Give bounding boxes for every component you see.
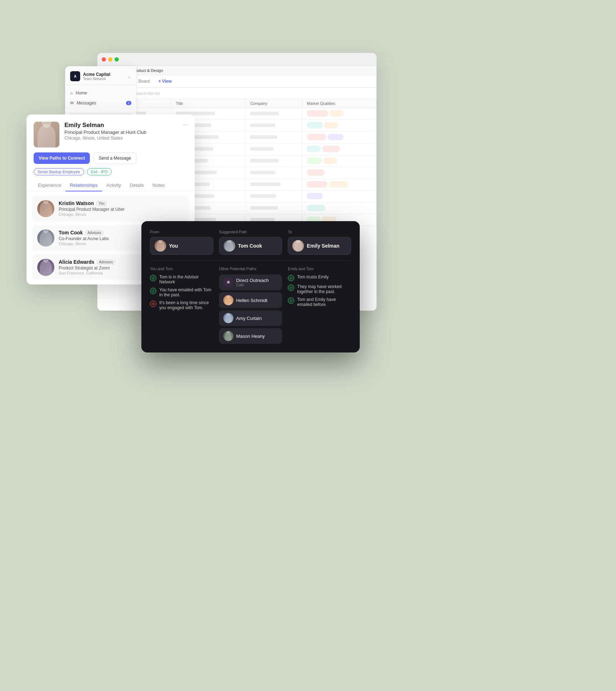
to-node[interactable]: Emily Selman	[288, 237, 351, 255]
to-label: To	[288, 230, 351, 234]
profile-tabs: Experience Relationships Activity Detail…	[26, 180, 195, 191]
close-button[interactable]	[102, 57, 106, 62]
avatar	[292, 240, 304, 252]
maximize-button[interactable]	[115, 57, 119, 62]
fact-item: ✓ They may have worked together in the p…	[288, 284, 351, 294]
avatar	[37, 229, 54, 247]
tab-relationships[interactable]: Relationships	[66, 180, 102, 191]
tab-details[interactable]: Details	[125, 180, 148, 191]
avatar	[223, 313, 233, 323]
col-title: Title	[171, 99, 246, 108]
tag-exit[interactable]: Exit - IPO	[87, 168, 112, 175]
fact-item: ✓ Tom and Emily have emailed before.	[288, 297, 351, 307]
avatar	[37, 200, 54, 217]
path-node-name: Tom Cook	[238, 243, 262, 249]
from-node-name: You	[169, 243, 178, 249]
snowflake-icon: ❄	[223, 277, 233, 287]
hellen-name: Hellen Schmidt	[236, 298, 267, 303]
avatar	[223, 295, 233, 305]
suggested-path-column: Suggested Path Tom Cook	[219, 230, 282, 255]
col-company: Company	[246, 99, 302, 108]
tab-experience[interactable]: Experience	[34, 180, 66, 191]
list-item[interactable]: Hellen Schmidt	[219, 292, 282, 308]
list-item[interactable]: Mason Heany	[219, 328, 282, 344]
sidebar-navigation: ⌂ Home ✉ Messages 1	[65, 85, 136, 111]
x-icon: ✕	[150, 301, 156, 307]
list-item[interactable]: ❄ Direct Outreach Cold	[219, 274, 282, 290]
to-node-name: Emily Selman	[307, 243, 339, 249]
send-message-button[interactable]: Send a Message	[93, 152, 136, 164]
fact-item: ✓ Tom is in the Advisor Network	[150, 274, 213, 284]
path-node[interactable]: Tom Cook	[219, 237, 282, 255]
check-icon: ✓	[150, 275, 156, 281]
other-paths-column: Other Potential Paths ❄ Direct Outreach …	[219, 267, 282, 344]
minimize-button[interactable]	[108, 57, 112, 62]
path-details-columns: You and Tom ✓ Tom is in the Advisor Netw…	[150, 267, 351, 344]
org-chevron-icon[interactable]: ⌄	[127, 73, 131, 79]
fact-text: Tom trusts Emily	[297, 274, 329, 279]
profile-name: Emily Selman	[64, 122, 178, 129]
you-and-tom-column: You and Tom ✓ Tom is in the Advisor Netw…	[150, 267, 213, 344]
emily-and-tom-column: Emily and Tom ✓ Tom trusts Emily ✓ They …	[288, 267, 351, 344]
amy-name: Amy Curtain	[236, 316, 262, 321]
rel-name: Alicia Edwards	[59, 259, 94, 265]
rel-info: Kristin Watson You Principal Product Man…	[59, 200, 184, 216]
path-finder-modal: From You Suggested Path Tom Cook	[141, 221, 360, 352]
rel-badge: Advisors	[85, 230, 103, 235]
from-node[interactable]: You	[150, 237, 213, 255]
fact-text: Tom is in the Advisor Network	[159, 274, 213, 284]
tag-startup[interactable]: Serial Startup Employee	[34, 168, 84, 175]
more-options-button[interactable]: ···	[183, 122, 188, 128]
you-and-tom-label: You and Tom	[150, 267, 213, 271]
add-view-button[interactable]: + View	[155, 77, 175, 85]
profile-header: Emily Selman Principal Product Manager a…	[26, 115, 195, 147]
path-columns: From You Suggested Path Tom Cook	[150, 230, 351, 255]
message-icon: ✉	[70, 101, 74, 106]
check-icon: ✓	[150, 288, 156, 294]
list-item[interactable]: Amy Curtain	[219, 310, 282, 326]
check-icon: ✓	[288, 284, 294, 291]
fact-item: ✓ Tom trusts Emily	[288, 274, 351, 281]
sidebar-item-home[interactable]: ⌂ Home	[65, 88, 136, 98]
fact-text: They may have worked together in the pas…	[297, 284, 351, 294]
view-paths-button[interactable]: View Paths to Connect	[34, 152, 90, 164]
avatar	[155, 240, 166, 252]
profile-actions: View Paths to Connect Send a Message	[26, 147, 195, 168]
list-item[interactable]: Kristin Watson You Principal Product Man…	[32, 196, 189, 222]
fact-text: It's been a long time since you engaged …	[159, 300, 213, 310]
breadcrumb-current: Product & Design	[132, 68, 163, 73]
org-logo-mark: A	[70, 71, 80, 81]
avatar	[34, 122, 59, 147]
check-icon: ✓	[288, 297, 294, 304]
direct-outreach-name: Direct Outreach	[236, 278, 269, 283]
rel-name: Tom Cook	[59, 230, 83, 235]
col-qualities: Market Qualities	[302, 99, 377, 108]
other-paths-list: ❄ Direct Outreach Cold Hellen Schmidt	[219, 274, 282, 344]
rel-location: Chicago, Illinois	[59, 212, 184, 216]
tab-activity[interactable]: Activity	[102, 180, 125, 191]
fact-text: You have emailed with Tom in the past.	[159, 287, 213, 297]
breadcrumb-bar: ⊞ Talent Pools / Product & Design	[97, 66, 377, 75]
profile-tags: Serial Startup Employee Exit - IPO	[26, 168, 195, 180]
emily-and-tom-label: Emily and Tom	[288, 267, 351, 271]
filter-bar: ⚙ Filter 🔍 Search this list	[97, 88, 377, 99]
profile-info: Emily Selman Principal Product Manager a…	[64, 122, 178, 141]
from-label: From	[150, 230, 213, 234]
profile-title: Principal Product Manager at Hunt Club	[64, 130, 178, 135]
from-column: From You	[150, 230, 213, 255]
check-icon: ✓	[288, 275, 294, 281]
org-logo-area: A Acme Capital Team Network ⌄	[65, 66, 136, 85]
direct-outreach-sub: Cold	[236, 283, 269, 287]
tab-notes[interactable]: Notes	[148, 180, 169, 191]
avatar	[224, 240, 235, 252]
mason-name: Mason Heany	[236, 334, 265, 339]
view-tabs: ☰ People ⊟ Board + View	[97, 75, 377, 88]
org-name: Acme Capital	[83, 72, 110, 77]
divider	[150, 261, 351, 261]
suggested-path-label: Suggested Path	[219, 230, 282, 234]
rel-title: Principal Product Manager at Uber	[59, 207, 184, 212]
sidebar-item-messages[interactable]: ✉ Messages 1	[65, 98, 136, 108]
titlebar	[97, 53, 377, 66]
fact-item: ✓ You have emailed with Tom in the past.	[150, 287, 213, 297]
org-sub: Team Network	[83, 77, 110, 81]
